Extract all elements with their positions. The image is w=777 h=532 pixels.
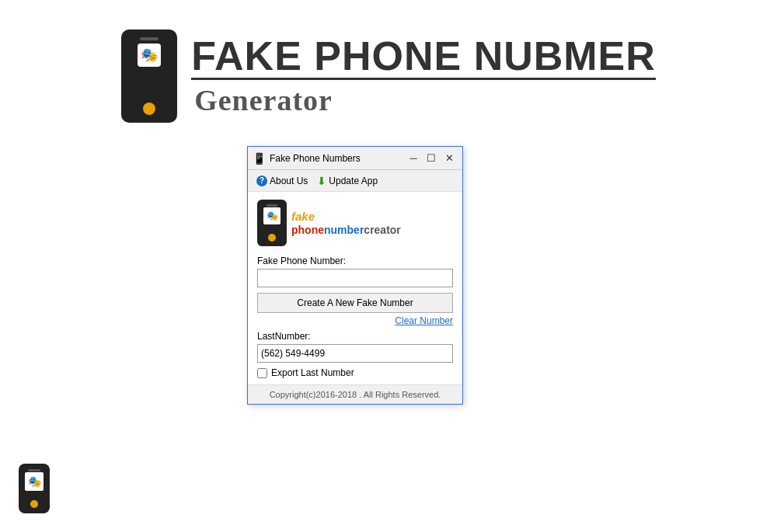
logo-phone-home xyxy=(268,234,276,242)
logo-fake: fake xyxy=(291,210,315,223)
logo-phone-screen: 🎭 xyxy=(263,207,280,224)
maximize-button[interactable]: ☐ xyxy=(423,150,440,167)
bottom-phone-screen: 🎭 xyxy=(25,472,44,491)
bottom-phone-speaker xyxy=(28,469,40,471)
close-button[interactable]: ✕ xyxy=(441,150,458,167)
bottom-phone-icon: 🎭 xyxy=(19,464,50,513)
hero-underline xyxy=(191,78,656,80)
export-row: Export Last Number xyxy=(257,367,453,378)
titlebar-title: Fake Phone Numbers xyxy=(270,153,404,164)
app-footer: Copyright(c)2016-2018 . All Rights Reser… xyxy=(248,384,462,404)
about-icon: ? xyxy=(256,176,267,186)
generate-button[interactable]: Create A New Fake Number xyxy=(257,293,453,313)
logo-phone-icon: 🎭 xyxy=(257,200,287,246)
hero-phone-icon: 🎭 xyxy=(121,30,177,123)
update-menu-label: Update App xyxy=(329,176,378,186)
last-number-section: LastNumber: xyxy=(257,331,453,363)
logo-phone-text: phone xyxy=(291,224,324,236)
copyright-text: Copyright(c)2016-2018 . All Rights Reser… xyxy=(270,390,441,399)
phone-field-label: Fake Phone Number: xyxy=(257,256,453,266)
logo-phone-speaker xyxy=(267,204,277,207)
minimize-button[interactable]: ─ xyxy=(405,150,422,167)
app-logo-strip: 🎭 fake phonenumbercreator xyxy=(257,200,453,246)
clear-number-link[interactable]: Clear Number xyxy=(257,315,453,326)
phone-speaker xyxy=(140,37,159,40)
logo-text-block: fake phonenumbercreator xyxy=(291,210,401,237)
about-menu-label: About Us xyxy=(270,176,308,186)
phone-home-button xyxy=(143,103,155,115)
titlebar-app-icon: 📱 xyxy=(253,152,266,165)
title-bar: 📱 Fake Phone Numbers ─ ☐ ✕ xyxy=(248,147,462,170)
logo-creator-text: creator xyxy=(364,224,400,236)
export-label: Export Last Number xyxy=(271,367,354,378)
phone-number-input[interactable] xyxy=(257,269,453,287)
app-content: 🎭 fake phonenumbercreator Fake Phone Num… xyxy=(248,192,462,384)
last-number-label: LastNumber: xyxy=(257,331,453,342)
hero-section: 🎭 FAKE PHONE NUBMER Generator xyxy=(0,0,777,123)
hero-title-line2: Generator xyxy=(194,83,333,117)
update-menu-item[interactable]: ⬇ Update App xyxy=(315,174,380,188)
mask-face-large: 🎭 xyxy=(138,44,160,66)
app-window: 📱 Fake Phone Numbers ─ ☐ ✕ ? About Us ⬇ … xyxy=(247,146,463,405)
about-menu-item[interactable]: ? About Us xyxy=(254,175,310,187)
hero-title-line1: FAKE PHONE NUBMER xyxy=(191,36,656,76)
menu-bar: ? About Us ⬇ Update App xyxy=(248,170,462,192)
bottom-phone-home xyxy=(30,500,38,508)
last-number-input[interactable] xyxy=(257,344,453,363)
logo-number-text: number xyxy=(324,224,364,236)
update-icon: ⬇ xyxy=(317,175,326,187)
export-checkbox[interactable] xyxy=(257,368,267,378)
hero-text: FAKE PHONE NUBMER Generator xyxy=(191,36,656,117)
